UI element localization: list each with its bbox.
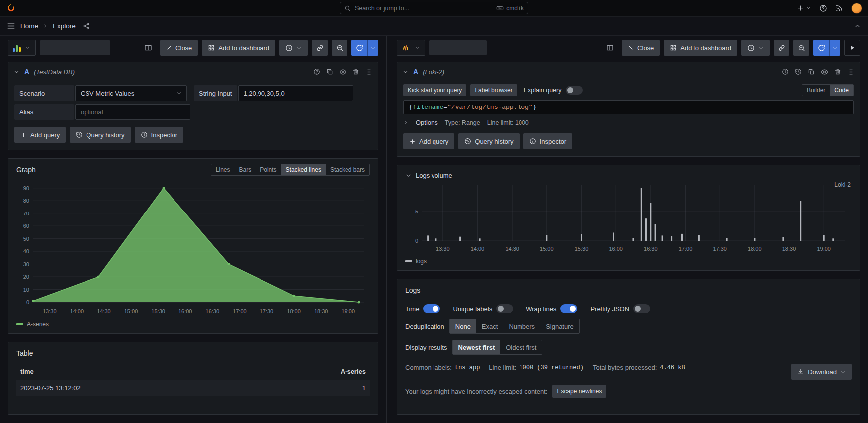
menu-icon[interactable] — [7, 22, 15, 30]
dedup-numbers-option[interactable]: Numbers — [503, 319, 540, 333]
left-datasource-picker[interactable] — [8, 40, 36, 56]
collapse-up-icon[interactable] — [854, 22, 861, 30]
dedup-exact-option[interactable]: Exact — [476, 319, 504, 333]
duplicate-query-icon[interactable] — [808, 68, 815, 75]
explain-query-switch[interactable] — [566, 86, 583, 95]
builder-mode-option[interactable]: Builder — [802, 85, 830, 96]
table-row[interactable]: 2023-07-25 13:12:02 1 — [16, 380, 370, 396]
display-results-label: Display results — [405, 344, 447, 351]
unique-labels-toggle-switch[interactable] — [496, 304, 513, 313]
new-menu-button[interactable] — [797, 4, 811, 12]
query-history-button[interactable]: Query history — [70, 127, 130, 143]
left-split-view-button[interactable] — [140, 40, 156, 56]
svg-text:80: 80 — [23, 198, 29, 204]
time-toggle-switch[interactable] — [423, 304, 440, 313]
table-col-a-series[interactable]: A-series — [253, 363, 370, 380]
share-icon[interactable] — [83, 22, 90, 30]
graph-mode-lines[interactable]: Lines — [211, 164, 235, 175]
code-mode-option[interactable]: Code — [830, 85, 853, 96]
right-copy-link-button[interactable] — [774, 40, 789, 56]
unique-labels-toggle: Unique labels — [453, 304, 513, 313]
loki-query-editor: A (Loki-2) Kick start your query Label b… — [397, 62, 860, 157]
options-label[interactable]: Options — [416, 119, 438, 126]
graph-mode-points[interactable]: Points — [256, 164, 281, 175]
alias-field[interactable] — [81, 108, 185, 116]
loki-query-row-header[interactable]: A (Loki-2) — [397, 62, 860, 81]
duplicate-query-icon[interactable] — [326, 68, 333, 75]
graph-legend[interactable]: A-series — [16, 319, 370, 329]
disable-query-eye-icon[interactable] — [821, 68, 828, 76]
add-query-button[interactable]: Add query — [14, 127, 66, 143]
right-datasource-picker[interactable] — [397, 40, 425, 56]
right-close-button[interactable]: Close — [622, 40, 660, 56]
left-query-row-header[interactable]: A (TestData DB) — [8, 62, 378, 81]
search-input[interactable] — [355, 5, 492, 12]
graph-mode-stacked-bars[interactable]: Stacked bars — [326, 164, 369, 175]
left-refresh-interval-button[interactable] — [367, 40, 378, 56]
right-live-tail-button[interactable] — [844, 40, 860, 56]
user-avatar[interactable] — [851, 3, 862, 14]
left-add-to-dashboard-button[interactable]: Add to dashboard — [202, 40, 275, 56]
news-icon[interactable] — [835, 4, 843, 12]
prettify-json-toggle-switch[interactable] — [633, 304, 650, 313]
dedup-none-option[interactable]: None — [450, 319, 476, 333]
remove-query-trash-icon[interactable] — [834, 68, 841, 75]
right-zoom-out-button[interactable] — [793, 40, 809, 56]
logs-volume-chart[interactable]: 13:3014:0014:3015:0015:3016:0016:3017:00… — [405, 181, 849, 254]
right-add-to-dashboard-button[interactable]: Add to dashboard — [664, 40, 737, 56]
graph-mode-bars[interactable]: Bars — [235, 164, 256, 175]
scenario-select[interactable]: CSV Metric Values — [75, 85, 187, 101]
grafana-logo[interactable] — [6, 3, 16, 13]
right-refresh-interval-button[interactable] — [829, 40, 840, 56]
svg-text:0: 0 — [26, 299, 29, 305]
datasource-help-icon[interactable] — [313, 68, 320, 75]
dedup-signature-option[interactable]: Signature — [540, 319, 579, 333]
escape-newlines-button[interactable]: Escape newlines — [552, 385, 606, 398]
breadcrumb-home[interactable]: Home — [20, 22, 38, 30]
drag-handle-icon[interactable] — [847, 68, 855, 76]
inspector-button[interactable]: Inspector — [523, 133, 572, 149]
breadcrumb-explore[interactable]: Explore — [53, 22, 76, 30]
chevron-down-icon[interactable] — [13, 69, 20, 75]
graph-mode-stacked-lines[interactable]: Stacked lines — [281, 164, 326, 175]
right-split-view-button[interactable] — [602, 40, 618, 56]
table-col-time[interactable]: time — [16, 363, 253, 380]
graph-chart[interactable]: 010203040506070809013:3014:0014:3015:001… — [16, 177, 368, 317]
download-button[interactable]: Download — [791, 364, 852, 380]
help-icon[interactable] — [819, 4, 827, 12]
graph-legend-label[interactable]: A-series — [27, 321, 49, 328]
query-history-button[interactable]: Query history — [458, 133, 519, 149]
svg-text:15:30: 15:30 — [575, 246, 589, 252]
left-zoom-out-button[interactable] — [332, 40, 347, 56]
left-run-query-button[interactable] — [351, 40, 367, 56]
inspector-button[interactable]: Inspector — [135, 127, 183, 143]
string-input-field[interactable] — [244, 90, 348, 97]
remove-query-trash-icon[interactable] — [352, 68, 359, 75]
kick-start-query-button[interactable]: Kick start your query — [403, 84, 466, 96]
label-browser-button[interactable]: Label browser — [470, 84, 517, 96]
left-time-picker-button[interactable] — [279, 40, 308, 56]
query-info-icon[interactable] — [782, 68, 789, 75]
right-run-query-button[interactable] — [813, 40, 829, 56]
wrap-lines-toggle-switch[interactable] — [560, 304, 577, 313]
global-search[interactable]: cmd+k — [340, 2, 528, 14]
query-options-row[interactable]: Options Type: Range Line limit: 1000 — [403, 119, 854, 126]
svg-text:14:00: 14:00 — [471, 246, 485, 252]
prettify-json-toggle: Prettify JSON — [590, 304, 650, 313]
chevron-down-icon[interactable] — [405, 172, 412, 179]
right-time-picker-button[interactable] — [741, 40, 770, 56]
newest-first-option[interactable]: Newest first — [453, 340, 501, 354]
oldest-first-option[interactable]: Oldest first — [500, 340, 542, 354]
left-copy-link-button[interactable] — [312, 40, 328, 56]
logs-volume-legend[interactable]: logs — [405, 256, 852, 266]
disable-query-eye-icon[interactable] — [339, 68, 347, 76]
logs-volume-legend-label[interactable]: logs — [416, 258, 427, 265]
left-close-button[interactable]: Close — [160, 40, 198, 56]
add-query-button[interactable]: Add query — [403, 133, 454, 149]
query-history-icon[interactable] — [795, 68, 802, 75]
results-table: time A-series 2023-07-25 13:12:02 1 — [16, 363, 370, 396]
drag-handle-icon[interactable] — [365, 68, 373, 76]
logql-query-input[interactable]: {filename="/var/log/tns-app.log"} — [403, 100, 854, 114]
logs-volume-title[interactable]: Logs volume — [416, 172, 452, 179]
chevron-down-icon[interactable] — [402, 69, 409, 75]
